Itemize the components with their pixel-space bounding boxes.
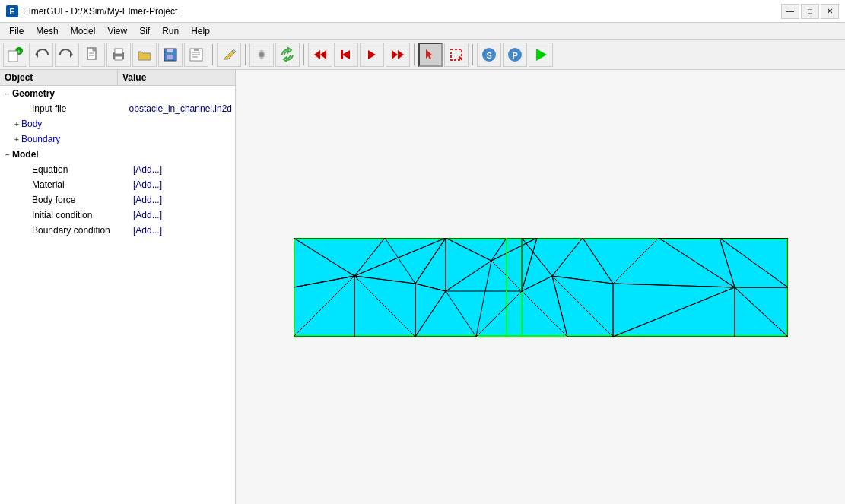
tree-label-model: Model (12, 149, 232, 160)
minimize-button[interactable]: — (781, 4, 799, 19)
tree-expand-model[interactable]: − (3, 150, 12, 159)
select-box-button[interactable] (444, 43, 469, 67)
tree-label-body-force: Body force (32, 195, 133, 205)
mesh-visualization (294, 238, 788, 337)
sep1 (212, 44, 213, 65)
tree-value-input-file: obstacle_in_channel.in2d (129, 103, 232, 114)
nav-next-button[interactable] (360, 43, 384, 67)
svg-marker-26 (392, 50, 398, 59)
menu-item-sif[interactable]: Sif (133, 24, 156, 38)
nav-last-button[interactable] (386, 43, 410, 67)
tree: −GeometryInput fileobstacle_in_channel.i… (0, 86, 235, 238)
tree-label-boundary: Boundary (21, 134, 232, 144)
menubar: FileMeshModelViewSifRunHelp (0, 23, 845, 40)
svg-rect-14 (167, 55, 173, 59)
undo-button[interactable] (29, 43, 53, 67)
svg-text:P: P (513, 50, 518, 59)
maximize-button[interactable]: □ (801, 4, 819, 19)
sep5 (472, 44, 473, 65)
svg-rect-36 (294, 238, 788, 337)
tree-row-body[interactable]: +Body (0, 116, 235, 132)
tree-value-boundary-condition: [Add...] (133, 225, 232, 236)
svg-marker-27 (398, 50, 404, 59)
edit-button[interactable] (217, 43, 241, 67)
tree-header-value: Value (118, 70, 235, 85)
titlebar: E ElmerGUI - D:/XSim/My-Elmer-Project — … (0, 0, 845, 23)
menu-item-file[interactable]: File (3, 24, 30, 38)
svg-marker-23 (342, 50, 350, 59)
tree-value-initial-condition: [Add...] (133, 210, 232, 220)
tree-row-material[interactable]: Material[Add...] (0, 177, 235, 192)
menu-item-run[interactable]: Run (156, 24, 185, 38)
nav-prev-button[interactable] (334, 43, 358, 67)
settings-button[interactable] (249, 43, 274, 67)
select-arrow-button[interactable] (418, 43, 443, 67)
svg-rect-13 (167, 49, 173, 52)
toolbar: + (0, 40, 845, 70)
tree-row-model[interactable]: −Model (0, 147, 235, 162)
sep4 (414, 44, 415, 65)
tree-row-body-force[interactable]: Body force[Add...] (0, 192, 235, 208)
tree-value-body-force: [Add...] (133, 195, 232, 205)
svg-marker-28 (426, 49, 433, 59)
close-button[interactable]: ✕ (821, 4, 839, 19)
svg-marker-22 (320, 50, 326, 59)
tree-label-geometry: Geometry (12, 88, 232, 99)
tree-label-equation: Equation (32, 164, 133, 175)
main-area: Object Value −GeometryInput fileobstacle… (0, 70, 845, 504)
tree-row-equation[interactable]: Equation[Add...] (0, 162, 235, 177)
mesh-container (294, 238, 788, 337)
nav-first-button[interactable] (308, 43, 332, 67)
redo-button[interactable] (55, 43, 79, 67)
tree-expand-geometry[interactable]: − (3, 89, 12, 98)
info-button[interactable] (184, 43, 208, 67)
tree-label-body: Body (21, 119, 232, 129)
svg-text:S: S (487, 50, 492, 59)
sep3 (303, 44, 304, 65)
play-button[interactable] (529, 43, 553, 67)
tree-label-initial-condition: Initial condition (32, 210, 133, 220)
tree-label-input-file: Input file (32, 103, 129, 114)
sep2 (245, 44, 246, 65)
tree-row-input-file[interactable]: Input fileobstacle_in_channel.in2d (0, 101, 235, 116)
open-button[interactable] (132, 43, 157, 67)
tree-label-boundary-condition: Boundary condition (32, 225, 133, 236)
save-button[interactable] (158, 43, 183, 67)
canvas-area (236, 70, 845, 504)
tree-row-boundary[interactable]: +Boundary (0, 132, 235, 147)
app-icon: E (6, 5, 18, 17)
tree-expand-body[interactable]: + (12, 119, 21, 128)
tree-row-geometry[interactable]: −Geometry (0, 86, 235, 101)
tree-row-initial-condition[interactable]: Initial condition[Add...] (0, 208, 235, 223)
surface-s-button[interactable]: S (477, 43, 501, 67)
print-button[interactable] (106, 43, 131, 67)
svg-rect-2 (8, 51, 17, 62)
menu-item-mesh[interactable]: Mesh (30, 24, 64, 38)
left-panel: Object Value −GeometryInput fileobstacle… (0, 70, 236, 504)
svg-marker-35 (536, 49, 547, 61)
svg-marker-21 (314, 50, 320, 59)
titlebar-title: ElmerGUI - D:/XSim/My-Elmer-Project (23, 6, 177, 17)
tree-header: Object Value (0, 70, 235, 86)
menu-item-help[interactable]: Help (185, 24, 216, 38)
tree-value-equation: [Add...] (133, 164, 232, 175)
titlebar-left: E ElmerGUI - D:/XSim/My-Elmer-Project (6, 5, 177, 17)
svg-rect-24 (341, 50, 343, 59)
svg-rect-11 (115, 56, 122, 60)
titlebar-controls: — □ ✕ (781, 4, 839, 19)
menu-item-model[interactable]: Model (65, 24, 102, 38)
svg-rect-10 (115, 49, 122, 54)
refresh-button[interactable] (275, 43, 300, 67)
svg-marker-25 (368, 50, 376, 59)
tree-header-object: Object (0, 70, 118, 85)
tree-value-material: [Add...] (133, 179, 232, 190)
surface-p-button[interactable]: P (503, 43, 527, 67)
menu-item-view[interactable]: View (101, 24, 133, 38)
tree-row-boundary-condition[interactable]: Boundary condition[Add...] (0, 223, 235, 238)
tree-label-material: Material (32, 179, 133, 190)
new-button[interactable]: + (3, 43, 27, 67)
new-doc-button[interactable] (81, 43, 105, 67)
tree-expand-boundary[interactable]: + (12, 135, 21, 144)
